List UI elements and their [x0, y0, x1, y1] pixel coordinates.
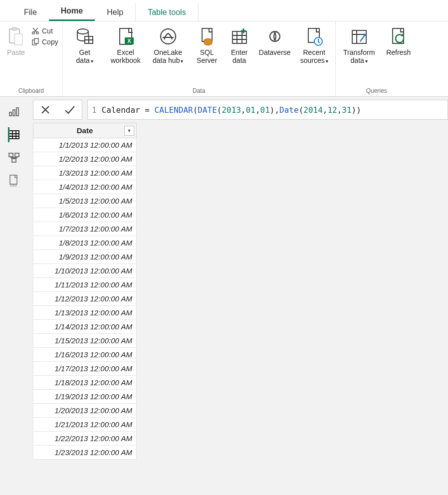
table-row[interactable]: 1/21/2013 12:00:00 AM [33, 418, 137, 432]
chevron-down-icon: ▾ [365, 58, 368, 64]
table-row[interactable]: 1/8/2013 12:00:00 AM [33, 236, 137, 250]
dax-query-view-icon[interactable]: DAX [8, 175, 20, 187]
date-cell[interactable]: 1/13/2013 12:00:00 AM [33, 306, 137, 320]
svg-rect-1 [12, 27, 17, 30]
tab-help[interactable]: Help [95, 3, 135, 21]
chevron-down-icon: ▾ [181, 58, 183, 64]
table-row[interactable]: 1/5/2013 12:00:00 AM [33, 194, 137, 208]
table-row[interactable]: 1/15/2013 12:00:00 AM [33, 334, 137, 348]
table-body: 1/1/2013 12:00:00 AM1/2/2013 12:00:00 AM… [33, 138, 137, 460]
tab-table-tools[interactable]: Table tools [135, 3, 199, 21]
table-row[interactable]: 1/13/2013 12:00:00 AM [33, 306, 137, 320]
date-cell[interactable]: 1/21/2013 12:00:00 AM [33, 418, 137, 432]
svg-text:DAX: DAX [10, 184, 17, 187]
sql-icon [197, 26, 217, 46]
enter-data-button[interactable]: Enterdata [226, 23, 252, 81]
date-cell[interactable]: 1/19/2013 12:00:00 AM [33, 390, 137, 404]
date-cell[interactable]: 1/23/2013 12:00:00 AM [33, 446, 137, 460]
date-cell[interactable]: 1/11/2013 12:00:00 AM [33, 278, 137, 292]
excel-workbook-button[interactable]: X Excelworkbook [108, 23, 144, 81]
sql-server-button[interactable]: SQLServer [193, 23, 222, 81]
date-cell[interactable]: 1/20/2013 12:00:00 AM [33, 404, 137, 418]
formula-input[interactable]: 1Calendar = CALENDAR(DATE(2013,01,01),Da… [87, 100, 448, 120]
table-row[interactable]: 1/19/2013 12:00:00 AM [33, 390, 137, 404]
get-data-l2: data [76, 56, 90, 64]
table-row[interactable]: 1/10/2013 12:00:00 AM [33, 264, 137, 278]
ribbon-group-clipboard: Paste Cut Copy [0, 21, 63, 96]
column-filter-button[interactable]: ▼ [124, 126, 134, 136]
date-cell[interactable]: 1/5/2013 12:00:00 AM [33, 194, 137, 208]
date-cell[interactable]: 1/8/2013 12:00:00 AM [33, 236, 137, 250]
table-row[interactable]: 1/18/2013 12:00:00 AM [33, 376, 137, 390]
table-row[interactable]: 1/23/2013 12:00:00 AM [33, 446, 137, 460]
refresh-button[interactable]: Refresh [384, 23, 414, 81]
enter-l1: Enter [231, 48, 247, 56]
date-cell[interactable]: 1/22/2013 12:00:00 AM [33, 432, 137, 446]
transform-l2: data [351, 56, 364, 64]
ribbon: Paste Cut Copy [0, 21, 448, 97]
date-cell[interactable]: 1/3/2013 12:00:00 AM [33, 166, 137, 180]
transform-l1: Transform [343, 48, 375, 56]
cancel-formula-button[interactable] [33, 100, 57, 119]
tab-home[interactable]: Home [49, 1, 95, 21]
copy-icon [31, 37, 40, 46]
date-cell[interactable]: 1/10/2013 12:00:00 AM [33, 264, 137, 278]
transform-data-button[interactable]: Transformdata▾ [340, 23, 379, 81]
table-row[interactable]: 1/2/2013 12:00:00 AM [33, 152, 137, 166]
dataverse-button[interactable]: Dataverse [257, 23, 292, 81]
column-header-date[interactable]: Date ▼ [33, 123, 137, 138]
svg-rect-26 [12, 159, 16, 162]
table-row[interactable]: 1/3/2013 12:00:00 AM [33, 166, 137, 180]
date-cell[interactable]: 1/1/2013 12:00:00 AM [33, 138, 137, 152]
onelake-button[interactable]: OneLakedata hub▾ [149, 23, 188, 81]
table-row[interactable]: 1/11/2013 12:00:00 AM [33, 278, 137, 292]
work-area: DAX 1Calendar = CALENDAR(DATE(2013,01,01… [0, 97, 448, 495]
cut-label: Cut [42, 27, 53, 35]
get-data-button[interactable]: Getdata▾ [67, 23, 103, 81]
date-cell[interactable]: 1/16/2013 12:00:00 AM [33, 348, 137, 362]
copy-button[interactable]: Copy [31, 37, 58, 46]
table-row[interactable]: 1/1/2013 12:00:00 AM [33, 138, 137, 152]
model-view-icon[interactable] [8, 152, 20, 164]
cut-button[interactable]: Cut [31, 26, 58, 35]
commit-formula-button[interactable] [57, 100, 82, 119]
date-cell[interactable]: 1/15/2013 12:00:00 AM [33, 334, 137, 348]
dataverse-icon [265, 26, 285, 46]
date-cell[interactable]: 1/9/2013 12:00:00 AM [33, 250, 137, 264]
date-cell[interactable]: 1/17/2013 12:00:00 AM [33, 362, 137, 376]
sql-l1: SQL [200, 48, 214, 56]
table-row[interactable]: 1/16/2013 12:00:00 AM [33, 348, 137, 362]
table-row[interactable]: 1/7/2013 12:00:00 AM [33, 222, 137, 236]
table-row[interactable]: 1/6/2013 12:00:00 AM [33, 208, 137, 222]
date-cell[interactable]: 1/4/2013 12:00:00 AM [33, 180, 137, 194]
svg-rect-21 [13, 110, 15, 116]
copy-label: Copy [42, 38, 58, 46]
dataverse-l1: Dataverse [259, 48, 291, 56]
get-data-l1: Get [79, 48, 90, 56]
table-row[interactable]: 1/12/2013 12:00:00 AM [33, 292, 137, 306]
table-row[interactable]: 1/9/2013 12:00:00 AM [33, 250, 137, 264]
svg-rect-6 [34, 38, 38, 43]
svg-rect-22 [16, 108, 18, 116]
ribbon-group-queries: Transformdata▾ Refresh Queries [336, 21, 418, 96]
report-view-icon[interactable] [8, 106, 20, 118]
table-row[interactable]: 1/22/2013 12:00:00 AM [33, 432, 137, 446]
date-cell[interactable]: 1/2/2013 12:00:00 AM [33, 152, 137, 166]
table-row[interactable]: 1/17/2013 12:00:00 AM [33, 362, 137, 376]
onelake-icon [158, 26, 178, 46]
enter-l2: data [232, 56, 246, 64]
data-view-icon[interactable] [8, 129, 20, 141]
tab-file[interactable]: File [12, 3, 49, 21]
excel-l2: workbook [111, 56, 141, 64]
date-cell[interactable]: 1/18/2013 12:00:00 AM [33, 376, 137, 390]
date-cell[interactable]: 1/12/2013 12:00:00 AM [33, 292, 137, 306]
date-cell[interactable]: 1/7/2013 12:00:00 AM [33, 222, 137, 236]
recent-sources-button[interactable]: Recentsources▾ [297, 23, 331, 81]
table-row[interactable]: 1/20/2013 12:00:00 AM [33, 404, 137, 418]
table-row[interactable]: 1/4/2013 12:00:00 AM [33, 180, 137, 194]
table-row[interactable]: 1/14/2013 12:00:00 AM [33, 320, 137, 334]
recent-l1: Recent [303, 48, 325, 56]
svg-rect-25 [15, 153, 19, 157]
date-cell[interactable]: 1/6/2013 12:00:00 AM [33, 208, 137, 222]
date-cell[interactable]: 1/14/2013 12:00:00 AM [33, 320, 137, 334]
